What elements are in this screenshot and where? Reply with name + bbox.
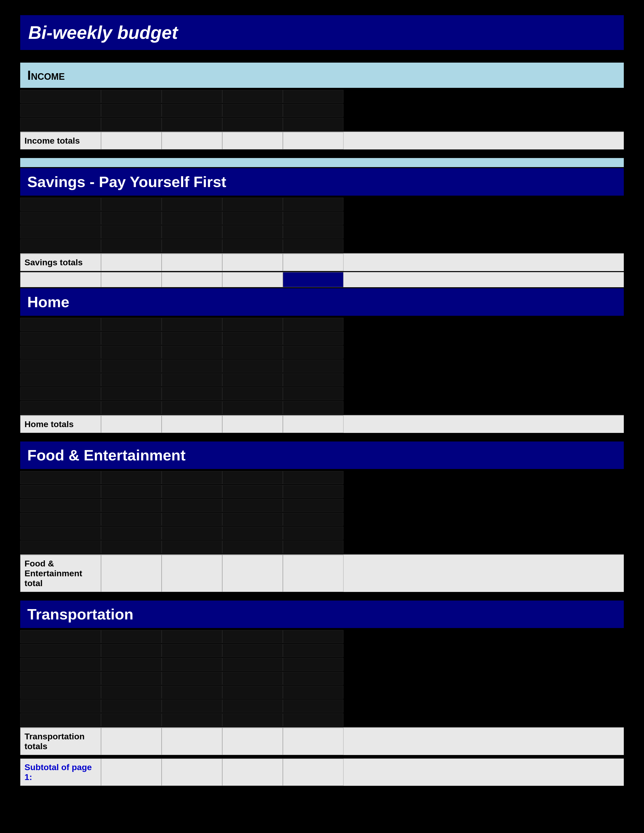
home-data-row-5 [20,373,624,386]
food-row4-col5 [283,513,343,526]
savings-totals-col4 [222,254,283,271]
food-section-header: Food & Entertainment [20,442,624,469]
home-row4-col1 [20,359,101,373]
trans-row4-col5 [283,672,343,685]
trans-row1-col3 [162,630,222,643]
income-row1-col1 [20,90,101,103]
savings-row3-col2 [101,225,162,238]
trans-row5-col5 [283,685,343,699]
food-row2-col5 [283,485,343,498]
savings-section-header: Savings - Pay Yourself First [20,168,624,196]
trans-row2-col3 [162,644,222,657]
food-row2-col2 [101,485,162,498]
income-data-row-1 [20,90,624,103]
food-row3-col5 [283,499,343,512]
trans-row6-col2 [101,700,162,712]
savings-sec-col4 [222,272,283,287]
income-row3-col3 [162,117,222,131]
subtotal-col3 [162,759,222,786]
trans-data-row-2 [20,644,624,657]
savings-totals-col5 [283,254,343,271]
trans-row1-col4 [222,630,283,643]
savings-row1-col1 [20,198,101,211]
trans-row1-col2 [101,630,162,643]
income-row2-col4 [222,104,283,117]
income-totals-col3 [162,132,222,150]
subtotal-label: Subtotal of page 1: [20,759,101,786]
home-header-label: Home [27,293,617,311]
food-totals-col4 [222,555,283,592]
food-row6-col5 [283,540,343,553]
trans-row7-col4 [222,713,283,727]
home-row1-col1 [20,318,101,331]
home-data-row-1 [20,318,624,331]
income-data-row-3 [20,117,624,131]
income-header-label: Income [27,68,617,83]
food-row6-col1 [20,540,101,553]
food-data-row-2 [20,485,624,498]
trans-totals-col4 [222,728,283,755]
home-row3-col2 [101,346,162,359]
trans-row5-col2 [101,685,162,699]
income-row1-col4 [222,90,283,103]
food-totals-row: Food & Entertainment total [20,554,624,592]
trans-row6-col3 [162,700,222,712]
home-row5-col3 [162,373,222,386]
home-row4-col2 [101,359,162,373]
trans-data-row-1 [20,630,624,643]
trans-row7-col1 [20,713,101,727]
home-row3-col1 [20,346,101,359]
home-row5-col4 [222,373,283,386]
home-row1-col4 [222,318,283,331]
food-row3-col3 [162,499,222,512]
savings-row3-col1 [20,225,101,238]
home-row7-col5 [283,401,343,414]
trans-row4-col2 [101,672,162,685]
home-row7-col2 [101,401,162,414]
home-row4-col3 [162,359,222,373]
income-row3-col1 [20,117,101,131]
food-row5-col1 [20,527,101,540]
trans-row4-col4 [222,672,283,685]
home-row3-col4 [222,346,283,359]
home-totals-col3 [162,415,222,433]
food-totals-col5 [283,555,343,592]
savings-data-row-3 [20,225,624,238]
food-row2-col1 [20,485,101,498]
home-row1-col2 [101,318,162,331]
trans-data-row-7 [20,713,624,727]
food-row5-col5 [283,527,343,540]
savings-row4-col5 [283,239,343,252]
savings-row4-col3 [162,239,222,252]
home-totals-col5 [283,415,343,433]
home-row7-col4 [222,401,283,414]
trans-row2-col2 [101,644,162,657]
home-totals-col2 [101,415,162,433]
food-row4-col3 [162,513,222,526]
food-totals-col3 [162,555,222,592]
trans-row6-col4 [222,700,283,712]
trans-row6-col1 [20,700,101,712]
trans-row3-col1 [20,658,101,671]
trans-totals-col5 [283,728,343,755]
home-row1-col3 [162,318,222,331]
savings-row2-col1 [20,212,101,225]
home-row2-col2 [101,332,162,345]
home-row5-col1 [20,373,101,386]
page-title: Bi-weekly budget [28,22,616,43]
income-row2-col5 [283,104,343,117]
savings-data-row-4 [20,239,624,252]
savings-row4-col2 [101,239,162,252]
savings-totals-label: Savings totals [20,254,101,271]
food-totals-label: Food & Entertainment total [20,555,101,592]
income-row1-col5 [283,90,343,103]
food-row5-col4 [222,527,283,540]
income-row3-col5 [283,117,343,131]
food-row2-col4 [222,485,283,498]
food-row4-col4 [222,513,283,526]
savings-header-label: Savings - Pay Yourself First [27,173,617,191]
food-data-row-5 [20,527,624,540]
food-data-row-3 [20,499,624,512]
subtotal-col4 [222,759,283,786]
savings-totals-row: Savings totals [20,253,624,271]
